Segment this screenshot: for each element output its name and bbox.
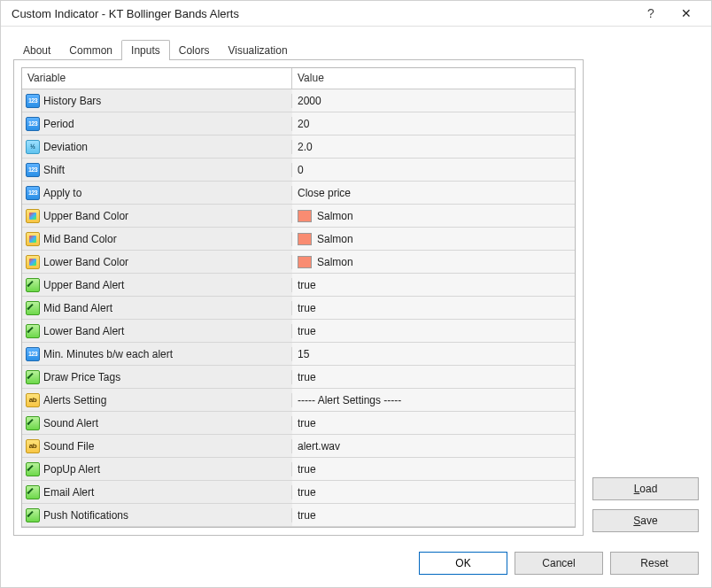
value-cell[interactable]: true [292,297,575,319]
bool-type-icon [26,462,40,476]
variable-label: Draw Price Tags [43,371,120,383]
table-row[interactable]: Draw Price Tagstrue [22,366,575,389]
value-cell[interactable]: 2.0 [292,135,575,158]
int-type-icon: 123 [26,186,40,200]
str-type-icon: ab [26,393,40,407]
bool-type-icon [26,416,40,430]
variable-cell: PopUp Alert [22,462,292,476]
real-type-icon: ½ [26,140,40,154]
table-row[interactable]: PopUp Alerttrue [22,458,575,481]
variable-cell: Mid Band Color [22,232,292,246]
value-cell[interactable]: 0 [292,159,575,181]
tab-common[interactable]: Common [59,40,122,60]
close-button[interactable]: ✕ [669,6,704,20]
bool-type-icon [26,485,40,499]
column-header-value[interactable]: Value [292,68,575,89]
variable-cell: Mid Band Alert [22,301,292,315]
table-row[interactable]: abSound Filealert.wav [22,435,575,458]
value-label: 2000 [298,95,321,107]
value-label: 15 [298,348,309,360]
value-label: alert.wav [298,440,340,453]
value-label: true [298,463,316,476]
value-label: true [298,302,316,314]
table-row[interactable]: Lower Band Alerttrue [22,320,575,343]
value-cell[interactable]: 15 [292,343,575,365]
tab-colors[interactable]: Colors [169,40,220,60]
variable-label: Alerts Setting [43,394,106,406]
table-row[interactable]: Upper Band ColorSalmon [22,205,575,228]
column-header-variable[interactable]: Variable [22,68,292,89]
color-type-icon [26,255,40,269]
variable-cell: 123Shift [22,163,292,177]
value-cell[interactable]: Close price [292,182,575,204]
tab-strip: AboutCommonInputsColorsVisualization [13,39,699,60]
table-row[interactable]: 123History Bars2000 [22,89,575,112]
load-button[interactable]: Load [592,477,699,500]
value-cell[interactable]: alert.wav [292,435,575,457]
table-row[interactable]: Upper Band Alerttrue [22,274,575,297]
table-row[interactable]: Push Notificationstrue [22,504,575,527]
tab-visualization[interactable]: Visualization [218,40,297,60]
value-label: true [298,486,316,499]
table-row[interactable]: 123Period20 [22,112,575,135]
table-row[interactable]: Mid Band Alerttrue [22,297,575,320]
tab-panel: Variable Value 123History Bars2000123Per… [13,59,584,536]
variable-label: Sound Alert [43,417,98,429]
table-row[interactable]: Email Alerttrue [22,481,575,504]
color-swatch [298,256,312,268]
value-label: true [298,325,316,337]
color-swatch [298,233,312,245]
value-cell[interactable]: Salmon [292,228,575,250]
value-label: ----- Alert Settings ----- [298,394,401,406]
value-cell[interactable]: true [292,504,575,526]
help-button[interactable]: ? [633,6,669,20]
variable-cell: Sound Alert [22,416,292,430]
variable-label: Period [43,118,74,130]
tab-about[interactable]: About [13,40,60,60]
variable-label: Deviation [43,141,88,153]
value-cell[interactable]: true [292,320,575,342]
value-cell[interactable]: Salmon [292,205,575,227]
variable-cell: ½Deviation [22,140,292,154]
value-cell[interactable]: true [292,458,575,480]
ok-button[interactable]: OK [419,552,507,575]
table-row[interactable]: 123Min. Minutes b/w each alert15 [22,343,575,366]
bool-type-icon [26,278,40,292]
value-cell[interactable]: ----- Alert Settings ----- [292,389,575,411]
variable-cell: 123Apply to [22,186,292,200]
table-row[interactable]: 123Apply toClose price [22,182,575,205]
variable-cell: Draw Price Tags [22,370,292,384]
cancel-button[interactable]: Cancel [515,552,603,575]
table-row[interactable]: Mid Band ColorSalmon [22,228,575,251]
variable-cell: 123History Bars [22,94,292,108]
table-row[interactable]: ½Deviation2.0 [22,135,575,159]
table-row[interactable]: Lower Band ColorSalmon [22,251,575,274]
variable-cell: Push Notifications [22,508,292,522]
variable-label: Mid Band Color [43,233,117,245]
save-button[interactable]: Save [592,509,699,532]
variable-cell: Lower Band Alert [22,324,292,338]
load-rest: oad [639,483,657,495]
value-cell[interactable]: true [292,274,575,296]
value-label: true [298,509,316,522]
variable-cell: 123Period [22,117,292,131]
variable-cell: Upper Band Alert [22,278,292,292]
variable-label: PopUp Alert [43,463,100,476]
grid-body: 123History Bars2000123Period20½Deviation… [22,89,575,527]
value-cell[interactable]: true [292,412,575,434]
table-row[interactable]: abAlerts Setting----- Alert Settings ---… [22,389,575,412]
reset-button[interactable]: Reset [610,552,699,575]
value-label: true [298,417,316,429]
value-cell[interactable]: true [292,366,575,388]
grid-header: Variable Value [22,68,575,89]
value-cell[interactable]: 20 [292,112,575,135]
value-label: Salmon [317,256,353,268]
table-row[interactable]: Sound Alerttrue [22,412,575,435]
value-cell[interactable]: Salmon [292,251,575,273]
value-cell[interactable]: 2000 [292,89,575,112]
variable-cell: 123Min. Minutes b/w each alert [22,347,292,361]
tab-inputs[interactable]: Inputs [121,40,170,60]
value-label: 0 [298,164,304,176]
table-row[interactable]: 123Shift0 [22,159,575,182]
value-cell[interactable]: true [292,481,575,503]
